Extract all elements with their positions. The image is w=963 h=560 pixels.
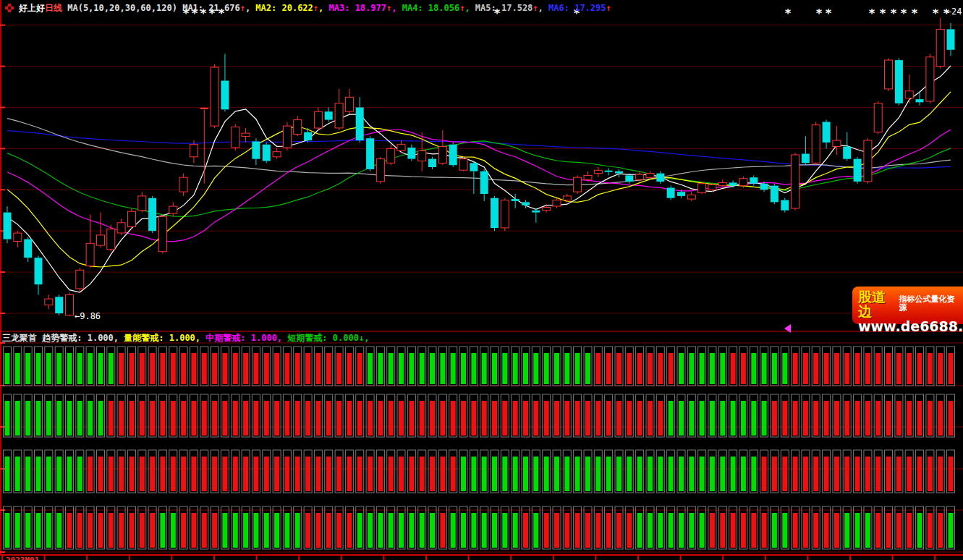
signal-bar [658,513,663,548]
signal-bar [616,513,622,548]
candle[interactable] [947,23,955,56]
candle[interactable] [97,213,105,247]
candle[interactable] [273,148,281,158]
candle[interactable] [345,89,353,114]
candle[interactable] [491,196,499,231]
candle[interactable] [656,171,664,184]
candle[interactable] [14,231,22,247]
candle[interactable] [812,122,820,165]
candle[interactable] [885,58,893,91]
candle[interactable] [594,167,602,177]
candle[interactable] [294,116,302,136]
signal-bar [575,457,580,491]
candle[interactable] [76,268,84,292]
candle[interactable] [4,206,12,243]
candle[interactable] [242,128,250,143]
candle[interactable] [605,168,613,175]
candle[interactable] [252,138,260,165]
candle[interactable] [179,174,187,196]
candle[interactable] [314,108,322,130]
candle[interactable] [802,136,810,165]
signal-band-4[interactable] [4,506,955,549]
candle[interactable] [169,202,177,216]
signal-bar [88,401,93,436]
signal-bar [669,513,674,548]
candle[interactable] [864,138,872,184]
candle[interactable] [45,294,53,309]
candle[interactable] [263,143,271,163]
candle[interactable] [232,124,239,150]
candle[interactable] [936,18,944,69]
main-chart-canvas[interactable]: *****************←9.86←24 [0,0,963,560]
candle[interactable] [905,75,913,103]
candle[interactable] [823,120,831,149]
signal-bar [130,513,135,548]
signal-band-1[interactable] [4,347,955,386]
candle[interactable] [138,192,146,212]
candle[interactable] [874,101,882,135]
candle[interactable] [459,157,467,171]
text-segment: 短期警戒: 0.000↓, [287,333,369,343]
candle[interactable] [574,175,582,194]
signal-bar [305,353,310,384]
candle[interactable] [480,169,488,201]
candle[interactable] [781,198,789,213]
candle[interactable] [387,145,395,166]
candle[interactable] [325,108,333,122]
signal-bar [430,457,435,491]
candle[interactable] [750,175,758,185]
candle[interactable] [35,255,43,294]
candle[interactable] [449,143,457,167]
gear-icon[interactable] [4,3,14,13]
candle[interactable] [356,97,364,143]
candle[interactable] [698,182,706,194]
candle[interactable] [200,108,208,184]
candle[interactable] [366,136,374,171]
candle[interactable] [107,225,115,252]
candle[interactable] [792,153,799,211]
signal-bands-layer[interactable] [4,347,955,549]
candle[interactable] [376,157,384,184]
signal-band-2[interactable] [4,394,955,437]
candle[interactable] [283,122,291,150]
candle[interactable] [117,219,125,235]
signal-bar [554,513,559,548]
candle[interactable] [428,157,436,169]
candle[interactable] [470,161,478,195]
candle[interactable] [407,145,415,161]
candle[interactable] [335,89,343,130]
candle[interactable] [148,196,156,233]
candle[interactable] [687,192,695,201]
signal-bar [233,457,238,491]
signal-band-3[interactable] [4,450,955,493]
candle[interactable] [916,91,924,106]
candle[interactable] [438,130,446,165]
candle[interactable] [501,198,509,232]
candle[interactable] [158,215,166,254]
candle[interactable] [854,157,862,184]
signal-bar [513,513,518,548]
candle[interactable] [24,237,32,262]
text-segment: MA(5,10,20,30,60,120) [62,3,182,13]
candle[interactable] [553,198,561,208]
candles-layer[interactable] [4,18,955,316]
candle[interactable] [55,294,63,315]
candle[interactable] [397,140,405,153]
candle[interactable] [304,128,312,143]
candle[interactable] [771,184,779,204]
candle[interactable] [221,54,229,112]
candle[interactable] [926,54,934,103]
candle[interactable] [843,132,851,161]
signal-bar [637,401,642,436]
candle[interactable] [211,64,219,128]
signal-bar [606,457,611,491]
candle[interactable] [667,186,675,200]
candle[interactable] [66,293,74,316]
candle[interactable] [86,215,94,268]
candle[interactable] [895,58,903,106]
candle[interactable] [739,177,747,188]
candle[interactable] [833,126,841,155]
candle[interactable] [532,208,540,223]
candle[interactable] [128,208,136,229]
signal-bar [119,457,124,491]
